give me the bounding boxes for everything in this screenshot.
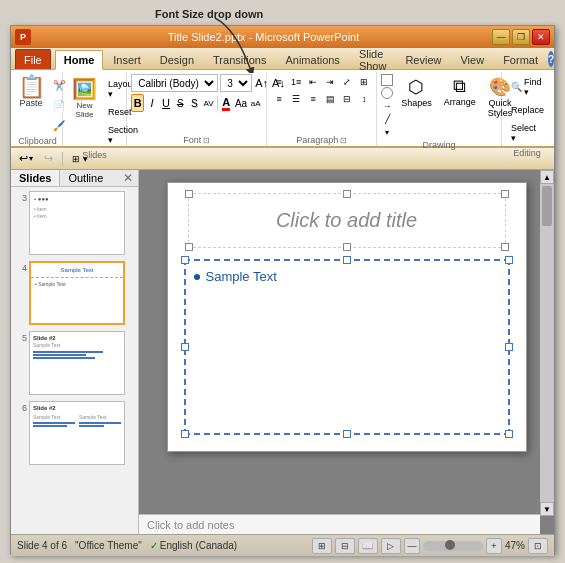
undo-dropdown-button[interactable]: ↩ ▾ [15,150,37,167]
tab-slideshow[interactable]: Slide Show [350,50,396,69]
zoom-percent: 47% [505,540,525,551]
bold-button[interactable]: B [131,94,144,112]
tab-animations[interactable]: Animations [276,50,348,69]
view-toggle-button[interactable]: ⊞ ▾ [67,152,93,166]
increase-indent-button[interactable]: ⇥ [322,74,338,90]
decrease-indent-button[interactable]: ⇤ [305,74,321,90]
tab-format[interactable]: Format [494,50,547,69]
ribbon-group-paragraph: ≡ 1≡ ⇤ ⇥ ⤢ ⊞ ≡ ☰ ≡ ▤ ⊟ ↕ [267,72,377,146]
font-size-select[interactable]: 32 [220,74,252,92]
slide-thumb-3[interactable]: 3 • ●●● • item• item [13,191,136,255]
zoom-out-button[interactable]: — [404,538,420,554]
slide-preview-6: Slide #2 Sample Text Sample Text [29,401,125,465]
annotation-arrow [195,18,275,73]
slide-canvas[interactable]: Click to add title [167,182,527,452]
slide-num-3: 3 [13,191,27,203]
redo-button[interactable]: ↪ [39,150,58,167]
new-slide-button[interactable]: 🖼️ New Slide [67,74,102,122]
notes-area[interactable]: Click to add notes [139,514,540,534]
columns-button[interactable]: ⊟ [339,91,355,107]
find-icon: 🔍 [511,82,522,92]
app-icon: P [15,29,31,45]
tab-insert[interactable]: Insert [104,50,150,69]
slide-title-placeholder[interactable]: Click to add title [188,193,506,248]
find-button[interactable]: 🔍 Find ▾ [506,74,548,100]
slide-sorter-button[interactable]: ⊟ [335,538,355,554]
oval-shape[interactable] [381,87,393,99]
align-right-button[interactable]: ≡ [305,91,321,107]
ribbon-group-font: Calibri (Body) 32 A↑ A↓ B I U S [127,72,267,146]
reading-view-button[interactable]: 📖 [358,538,378,554]
help-button[interactable]: ? [548,51,554,67]
ribbon-group-editing: 🔍 Find ▾ Replace Select ▾ Editing [502,72,552,146]
paragraph-dialog-launcher[interactable]: ⊡ [340,136,347,145]
tab-view[interactable]: View [451,50,493,69]
slide-thumb-5[interactable]: 5 Slide #2 Sample Text [13,331,136,395]
slide-preview-3: • ●●● • item• item [29,191,125,255]
shapes-button[interactable]: ⬡ Shapes [397,74,436,110]
canvas-area: Click to add title [139,170,554,534]
slide-bullet-item: Sample Text [194,269,500,284]
italic-button[interactable]: I [145,94,158,112]
align-center-button[interactable]: ☰ [288,91,304,107]
shadow-button[interactable]: S [188,94,201,112]
slide-num-5: 5 [13,331,27,343]
justify-button[interactable]: ▤ [322,91,338,107]
replace-button[interactable]: Replace [506,102,548,118]
slide-preview-5: Slide #2 Sample Text [29,331,125,395]
convert-smartart-button[interactable]: ⊞ [356,74,372,90]
close-button[interactable]: ✕ [532,29,550,45]
ribbon-tab-bar: File Home Insert Design Transitions Anim… [11,48,554,70]
strikethrough-button[interactable]: S [174,94,187,112]
select-button[interactable]: Select ▾ [506,120,548,146]
canvas-vertical-scrollbar[interactable]: ▲ ▼ [540,170,554,516]
arrange-icon: ⧉ [453,76,466,97]
shapes-more-button[interactable]: ▾ [381,126,393,138]
restore-button[interactable]: ❐ [512,29,530,45]
arrow-shape[interactable]: → [381,100,393,112]
paste-icon: 📋 [18,76,45,98]
rectangle-shape[interactable] [381,74,393,86]
line-spacing-button[interactable]: ↕ [356,91,372,107]
change-case-button[interactable]: aA [249,94,262,112]
font-dialog-launcher[interactable]: ⊡ [203,136,210,145]
slide-content-area[interactable]: Sample Text [184,259,510,435]
font-family-select[interactable]: Calibri (Body) [131,74,218,92]
zoom-in-button[interactable]: + [486,538,502,554]
char-spacing-button[interactable]: AV [202,94,215,112]
scroll-up-button[interactable]: ▲ [540,170,554,184]
text-highlight-button[interactable]: Aa [234,94,248,112]
slide-thumb-4[interactable]: 4 Sample Text • Sample Text [13,261,136,325]
zoom-thumb [445,540,455,550]
tab-file[interactable]: File [15,49,51,69]
close-panel-button[interactable]: ✕ [118,170,138,186]
status-bar: Slide 4 of 6 "Office Theme" ✓ English (C… [11,534,554,556]
tab-home[interactable]: Home [55,50,104,70]
numbering-button[interactable]: 1≡ [288,74,304,90]
main-content: Slides Outline ✕ 3 • ●●● • item• item [11,170,554,534]
slide-thumb-6[interactable]: 6 Slide #2 Sample Text Sample Tex [13,401,136,465]
bullet-dot [194,274,200,280]
arrange-button[interactable]: ⧉ Arrange [440,74,480,109]
paste-button[interactable]: 📋 Paste [15,74,47,110]
underline-button[interactable]: U [160,94,173,112]
slide-preview-4: Sample Text • Sample Text [29,261,125,325]
align-left-button[interactable]: ≡ [271,91,287,107]
minimize-button[interactable]: — [492,29,510,45]
tab-review[interactable]: Review [396,50,450,69]
slides-tab[interactable]: Slides [11,170,60,186]
zoom-slider-control[interactable] [423,541,483,551]
line-shape[interactable]: ╱ [381,113,393,125]
outline-tab[interactable]: Outline [60,170,111,186]
font-color-button[interactable]: A [220,94,233,112]
scroll-down-button[interactable]: ▼ [540,502,554,516]
text-direction-button[interactable]: ⤢ [339,74,355,90]
fit-window-button[interactable]: ⊡ [528,538,548,554]
scroll-thumb[interactable] [542,186,552,226]
ribbon-group-clipboard: 📋 Paste ✂️ 📄 🖌️ Clipboard [13,72,63,146]
qat-separator-1 [62,152,63,166]
application-window: P Title Slide2.pptx - Microsoft PowerPoi… [10,25,555,555]
normal-view-button[interactable]: ⊞ [312,538,332,554]
slideshow-button[interactable]: ▷ [381,538,401,554]
bullets-button[interactable]: ≡ [271,74,287,90]
